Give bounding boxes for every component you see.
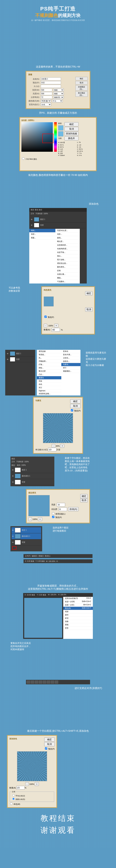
distribute-v-icon[interactable]	[55, 681, 58, 684]
align-top-icon[interactable]	[39, 681, 42, 684]
layer-row[interactable]: 👁图层 1	[11, 467, 53, 473]
menu-item[interactable]: 亮度/对比度...	[55, 229, 80, 232]
menu-item[interactable]: 碎片	[61, 366, 80, 370]
zoom-in[interactable]: +	[34, 782, 39, 786]
zoom-out[interactable]: -	[44, 324, 47, 328]
menu-item[interactable]: 纯色...	[29, 229, 55, 232]
menu-item[interactable]: 旋转	[63, 613, 93, 617]
hue-slider[interactable]	[54, 122, 57, 152]
cell-size-input[interactable]	[48, 448, 56, 452]
height-unit[interactable]: 像素	[53, 92, 64, 95]
distribute-h-icon[interactable]	[51, 681, 54, 684]
menu-item[interactable]: 查找边缘	[37, 350, 61, 353]
uniform-radio[interactable]: 平均分布(U)	[11, 795, 25, 797]
menu-item[interactable]: 可选颜色...	[55, 280, 80, 283]
menu-item[interactable]: 彩块化	[61, 350, 80, 353]
menu-item[interactable]: 黑白...	[55, 254, 80, 258]
menu-item[interactable]: 前进一步(W)Shift+Ctrl+Z	[63, 600, 93, 603]
bit-depth[interactable]: 8 位	[52, 99, 63, 102]
color-lib-button[interactable]: 颜色库	[65, 136, 78, 141]
menu-item[interactable]: 扭曲	[63, 620, 93, 623]
menu-item[interactable]: 反相	[55, 269, 80, 273]
zoom-out[interactable]: -	[28, 517, 32, 521]
menu-item[interactable]: 曝光过度	[37, 370, 61, 373]
menu-item[interactable]: 点状化...	[61, 356, 80, 360]
menu-item[interactable]: 图案...	[29, 236, 55, 240]
menu-item[interactable]: 渲染	[37, 379, 61, 383]
mono-checkbox[interactable]: 单色(M)	[9, 803, 20, 805]
menu-item[interactable]: 浮雕效果...	[37, 360, 61, 363]
preview-checkbox[interactable]: 预览(P)	[44, 747, 55, 750]
menu-item[interactable]: 浏览联机滤镜...	[37, 392, 61, 396]
menu-item[interactable]: 凸出...	[37, 373, 61, 376]
menu-item[interactable]: 斜切	[63, 617, 93, 620]
menu-item[interactable]: 拼贴...	[37, 366, 61, 370]
gaussian-radio[interactable]: 高斯分布(G)	[11, 798, 25, 800]
ok-button[interactable]: 确定	[44, 738, 55, 742]
menu-item[interactable]: 其它	[37, 386, 61, 390]
menu-item[interactable]: 曲线...	[55, 236, 80, 240]
menu-item[interactable]: 色阶...	[55, 232, 80, 236]
menu-item[interactable]: 缩放	[63, 610, 93, 613]
amount-input[interactable]	[16, 786, 25, 789]
menu-item[interactable]: 阈值...	[55, 276, 80, 280]
zoom-out[interactable]: -	[25, 782, 29, 786]
align-center-v-icon[interactable]	[43, 681, 46, 684]
zoom-in[interactable]: +	[38, 517, 42, 521]
menu-layer[interactable]: 图层(L)	[45, 555, 50, 557]
res-unit[interactable]: 像素/英寸	[53, 96, 64, 99]
align-bottom-icon[interactable]	[47, 681, 50, 684]
ok-button[interactable]: 确定	[80, 494, 88, 498]
ok-button[interactable]: 确定	[70, 399, 80, 403]
menu-item[interactable]: Digimarc	[37, 390, 61, 392]
cancel-button[interactable]: 取消	[44, 742, 55, 746]
zoom-out[interactable]: -	[52, 444, 55, 448]
amount-input[interactable]	[51, 328, 60, 332]
menu-file[interactable]: 文件(F)	[25, 555, 31, 557]
menu-item[interactable]: 像素化	[37, 376, 61, 379]
menu-item[interactable]: 通道混合器...	[55, 261, 80, 265]
contrast-input[interactable]	[59, 507, 67, 511]
align-center-h-icon[interactable]	[31, 681, 34, 684]
cancel-button[interactable]: 取消	[80, 498, 88, 502]
layer-row[interactable]: 👁图层 1	[30, 217, 86, 222]
menu-item[interactable]: 色彩平衡...	[55, 251, 80, 254]
menu-item[interactable]: 色相/饱和度...	[55, 247, 80, 251]
cancel-button[interactable]: 取消	[65, 127, 78, 131]
resolution-input[interactable]	[41, 96, 52, 99]
layer-row[interactable]: 👁图层 1	[6, 351, 34, 356]
preview-checkbox[interactable]: 预览(P)	[70, 409, 80, 412]
menu-item[interactable]: 色调分离...	[55, 273, 80, 276]
menu-item[interactable]: 晶格化...	[61, 360, 80, 363]
menu-item[interactable]: 透视	[63, 623, 93, 626]
menu-item[interactable]: 扩散...	[37, 363, 61, 366]
menu-item[interactable]: 曝光度...	[55, 240, 80, 243]
preview-checkbox[interactable]: 预览(P)	[51, 516, 62, 518]
cancel-button[interactable]: 取消	[85, 307, 92, 312]
cancel-button[interactable]: 取消	[70, 404, 80, 408]
web-colors-checkbox[interactable]: 只有 Web 颜色	[21, 158, 37, 160]
menu-image[interactable]: 图像(I)	[39, 555, 44, 557]
menu-item[interactable]: 后退一步(K)Alt+Ctrl+Z	[63, 603, 93, 607]
add-swatch-button[interactable]: 添加到色板	[65, 132, 78, 136]
menu-item[interactable]: 再次(A)Shift+Ctrl+T	[63, 607, 93, 610]
save-preset-button[interactable]: 存储预设(S)...	[75, 85, 88, 91]
menu-item[interactable]: 照片滤镜...	[55, 258, 80, 261]
layer-row[interactable]: 👁颜色填充 1	[11, 533, 41, 539]
menu-item[interactable]: 杂色	[37, 383, 61, 386]
menu-item[interactable]: 等高线...	[37, 353, 61, 356]
auto-button[interactable]: 自动(A)	[68, 507, 78, 511]
menu-item[interactable]: 自然饱和度...	[55, 243, 80, 247]
menu-item[interactable]: 铜版雕刻...	[61, 370, 80, 373]
zoom-in[interactable]: +	[54, 324, 59, 328]
menu-item[interactable]: 渐变...	[29, 232, 55, 236]
width-input[interactable]	[41, 88, 52, 92]
width-unit[interactable]: 像素	[53, 88, 64, 92]
preset-select[interactable]	[41, 81, 61, 84]
height-input[interactable]	[41, 92, 52, 95]
brightness-input[interactable]	[57, 503, 65, 506]
reset-preset-button[interactable]: 复位预设(D)...	[75, 91, 88, 97]
ok-button[interactable]: 确定	[65, 122, 78, 126]
cancel-button[interactable]: 取消	[75, 81, 88, 85]
align-left-icon[interactable]	[27, 681, 30, 684]
